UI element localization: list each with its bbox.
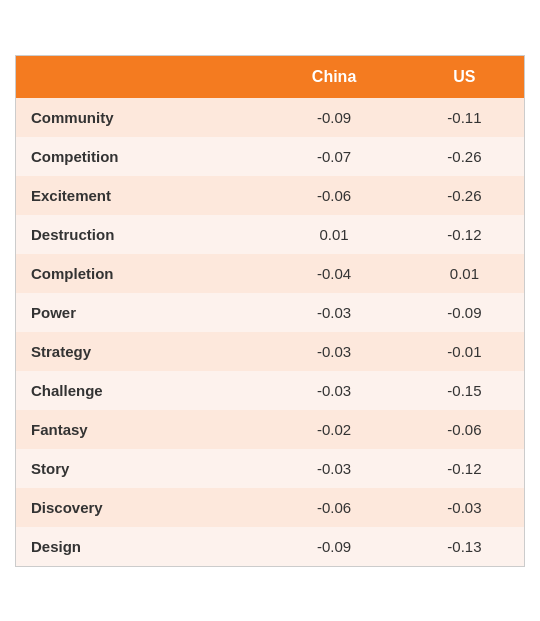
row-us-value: -0.11	[405, 98, 524, 137]
table-header-row: China US	[16, 56, 524, 98]
table-row: Power-0.03-0.09	[16, 293, 524, 332]
table-row: Destruction0.01-0.12	[16, 215, 524, 254]
row-label: Competition	[16, 137, 263, 176]
row-label: Completion	[16, 254, 263, 293]
table-row: Fantasy-0.02-0.06	[16, 410, 524, 449]
row-label: Fantasy	[16, 410, 263, 449]
row-label: Power	[16, 293, 263, 332]
row-china-value: -0.03	[263, 332, 405, 371]
header-china: China	[263, 56, 405, 98]
row-china-value: -0.03	[263, 293, 405, 332]
row-us-value: 0.01	[405, 254, 524, 293]
row-label: Discovery	[16, 488, 263, 527]
table-row: Challenge-0.03-0.15	[16, 371, 524, 410]
row-china-value: -0.07	[263, 137, 405, 176]
row-label: Challenge	[16, 371, 263, 410]
row-us-value: -0.26	[405, 137, 524, 176]
row-us-value: -0.26	[405, 176, 524, 215]
row-china-value: -0.04	[263, 254, 405, 293]
row-china-value: -0.06	[263, 488, 405, 527]
row-label: Destruction	[16, 215, 263, 254]
table-row: Strategy-0.03-0.01	[16, 332, 524, 371]
data-table: China US Community-0.09-0.11Competition-…	[15, 55, 525, 567]
row-label: Community	[16, 98, 263, 137]
table-row: Story-0.03-0.12	[16, 449, 524, 488]
row-us-value: -0.12	[405, 215, 524, 254]
row-label: Design	[16, 527, 263, 566]
row-us-value: -0.01	[405, 332, 524, 371]
row-china-value: -0.03	[263, 449, 405, 488]
row-label: Strategy	[16, 332, 263, 371]
row-china-value: -0.09	[263, 98, 405, 137]
header-us: US	[405, 56, 524, 98]
row-us-value: -0.03	[405, 488, 524, 527]
row-us-value: -0.13	[405, 527, 524, 566]
row-china-value: 0.01	[263, 215, 405, 254]
table-row: Discovery-0.06-0.03	[16, 488, 524, 527]
table-row: Excitement-0.06-0.26	[16, 176, 524, 215]
row-china-value: -0.09	[263, 527, 405, 566]
row-us-value: -0.09	[405, 293, 524, 332]
row-us-value: -0.06	[405, 410, 524, 449]
row-china-value: -0.02	[263, 410, 405, 449]
row-china-value: -0.06	[263, 176, 405, 215]
header-category	[16, 56, 263, 98]
row-label: Excitement	[16, 176, 263, 215]
table-row: Design-0.09-0.13	[16, 527, 524, 566]
row-label: Story	[16, 449, 263, 488]
table-row: Competition-0.07-0.26	[16, 137, 524, 176]
row-us-value: -0.12	[405, 449, 524, 488]
table-row: Community-0.09-0.11	[16, 98, 524, 137]
table-row: Completion-0.040.01	[16, 254, 524, 293]
row-china-value: -0.03	[263, 371, 405, 410]
row-us-value: -0.15	[405, 371, 524, 410]
